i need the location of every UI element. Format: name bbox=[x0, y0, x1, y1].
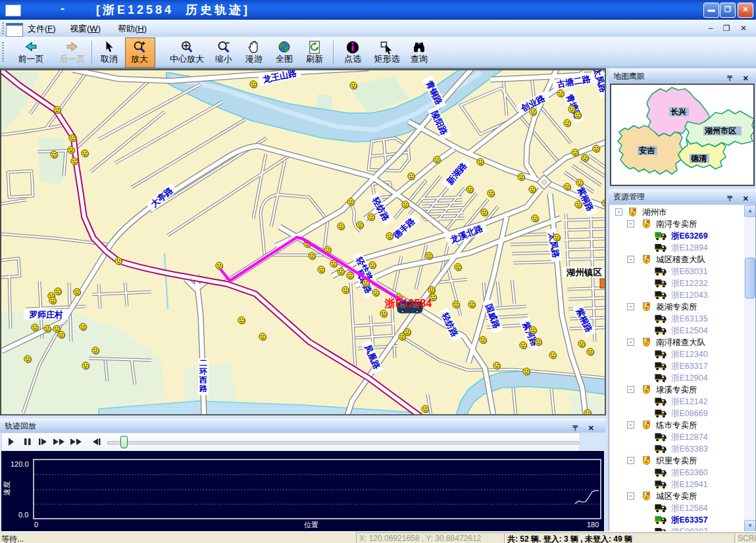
svg-text:0: 0 bbox=[34, 521, 38, 529]
svg-text:120.0: 120.0 bbox=[11, 460, 29, 468]
svg-text:位置: 位置 bbox=[304, 521, 318, 529]
svg-text:湖州镇区: 湖州镇区 bbox=[566, 268, 603, 277]
svg-text:0.0: 0.0 bbox=[18, 511, 28, 519]
svg-text:浙E12584: 浙E12584 bbox=[384, 298, 432, 309]
svg-text:速度: 速度 bbox=[3, 481, 11, 496]
svg-text:安吉: 安吉 bbox=[639, 146, 655, 155]
svg-text:湖州市区: 湖州市区 bbox=[705, 126, 736, 135]
svg-text:德清: 德清 bbox=[690, 154, 707, 163]
svg-text:罗师庄村: 罗师庄村 bbox=[29, 310, 63, 319]
svg-text:180: 180 bbox=[587, 521, 599, 529]
svg-text:二环西路: 二环西路 bbox=[199, 358, 208, 393]
svg-text:长兴: 长兴 bbox=[670, 107, 686, 116]
